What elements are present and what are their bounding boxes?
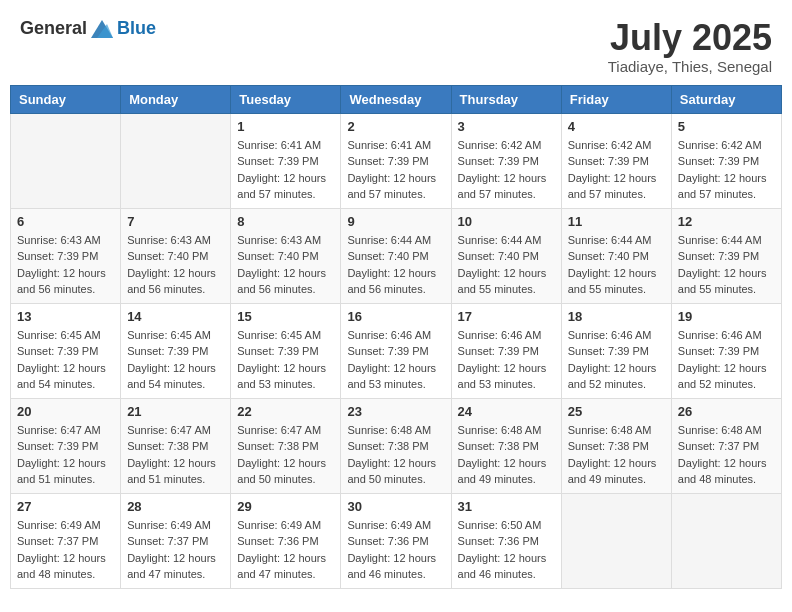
sunrise-text: Sunrise: 6:46 AM <box>347 327 444 344</box>
day-number: 6 <box>17 214 114 229</box>
table-row: 27Sunrise: 6:49 AMSunset: 7:37 PMDayligh… <box>11 493 121 588</box>
daylight-text: Daylight: 12 hours and 49 minutes. <box>568 455 665 488</box>
sunrise-text: Sunrise: 6:49 AM <box>237 517 334 534</box>
day-info: Sunrise: 6:48 AMSunset: 7:38 PMDaylight:… <box>347 422 444 488</box>
daylight-text: Daylight: 12 hours and 47 minutes. <box>127 550 224 583</box>
col-thursday: Thursday <box>451 85 561 113</box>
daylight-text: Daylight: 12 hours and 47 minutes. <box>237 550 334 583</box>
sunrise-text: Sunrise: 6:47 AM <box>17 422 114 439</box>
table-row: 25Sunrise: 6:48 AMSunset: 7:38 PMDayligh… <box>561 398 671 493</box>
day-number: 15 <box>237 309 334 324</box>
sunrise-text: Sunrise: 6:48 AM <box>568 422 665 439</box>
sunset-text: Sunset: 7:39 PM <box>678 343 775 360</box>
day-info: Sunrise: 6:46 AMSunset: 7:39 PMDaylight:… <box>678 327 775 393</box>
daylight-text: Daylight: 12 hours and 56 minutes. <box>237 265 334 298</box>
table-row: 5Sunrise: 6:42 AMSunset: 7:39 PMDaylight… <box>671 113 781 208</box>
sunset-text: Sunset: 7:39 PM <box>237 343 334 360</box>
day-number: 25 <box>568 404 665 419</box>
daylight-text: Daylight: 12 hours and 54 minutes. <box>17 360 114 393</box>
sunset-text: Sunset: 7:39 PM <box>347 343 444 360</box>
logo-blue: Blue <box>117 18 156 39</box>
day-number: 20 <box>17 404 114 419</box>
sunrise-text: Sunrise: 6:41 AM <box>347 137 444 154</box>
sunset-text: Sunset: 7:38 PM <box>568 438 665 455</box>
daylight-text: Daylight: 12 hours and 53 minutes. <box>458 360 555 393</box>
sunset-text: Sunset: 7:37 PM <box>127 533 224 550</box>
day-info: Sunrise: 6:49 AMSunset: 7:37 PMDaylight:… <box>17 517 114 583</box>
sunset-text: Sunset: 7:39 PM <box>568 343 665 360</box>
day-info: Sunrise: 6:49 AMSunset: 7:36 PMDaylight:… <box>237 517 334 583</box>
day-info: Sunrise: 6:46 AMSunset: 7:39 PMDaylight:… <box>347 327 444 393</box>
location-title: Tiadiaye, Thies, Senegal <box>608 58 772 75</box>
daylight-text: Daylight: 12 hours and 51 minutes. <box>17 455 114 488</box>
day-number: 23 <box>347 404 444 419</box>
sunset-text: Sunset: 7:40 PM <box>237 248 334 265</box>
daylight-text: Daylight: 12 hours and 57 minutes. <box>458 170 555 203</box>
calendar-week-row: 1Sunrise: 6:41 AMSunset: 7:39 PMDaylight… <box>11 113 782 208</box>
sunset-text: Sunset: 7:39 PM <box>458 153 555 170</box>
daylight-text: Daylight: 12 hours and 52 minutes. <box>568 360 665 393</box>
day-info: Sunrise: 6:43 AMSunset: 7:39 PMDaylight:… <box>17 232 114 298</box>
day-number: 7 <box>127 214 224 229</box>
day-info: Sunrise: 6:49 AMSunset: 7:36 PMDaylight:… <box>347 517 444 583</box>
table-row: 23Sunrise: 6:48 AMSunset: 7:38 PMDayligh… <box>341 398 451 493</box>
day-info: Sunrise: 6:50 AMSunset: 7:36 PMDaylight:… <box>458 517 555 583</box>
daylight-text: Daylight: 12 hours and 54 minutes. <box>127 360 224 393</box>
day-number: 9 <box>347 214 444 229</box>
sunset-text: Sunset: 7:39 PM <box>347 153 444 170</box>
sunrise-text: Sunrise: 6:43 AM <box>17 232 114 249</box>
day-info: Sunrise: 6:42 AMSunset: 7:39 PMDaylight:… <box>458 137 555 203</box>
table-row: 30Sunrise: 6:49 AMSunset: 7:36 PMDayligh… <box>341 493 451 588</box>
title-block: July 2025 Tiadiaye, Thies, Senegal <box>608 18 772 75</box>
table-row: 22Sunrise: 6:47 AMSunset: 7:38 PMDayligh… <box>231 398 341 493</box>
daylight-text: Daylight: 12 hours and 56 minutes. <box>127 265 224 298</box>
col-monday: Monday <box>121 85 231 113</box>
sunset-text: Sunset: 7:37 PM <box>17 533 114 550</box>
day-number: 14 <box>127 309 224 324</box>
day-info: Sunrise: 6:44 AMSunset: 7:40 PMDaylight:… <box>347 232 444 298</box>
table-row: 15Sunrise: 6:45 AMSunset: 7:39 PMDayligh… <box>231 303 341 398</box>
sunset-text: Sunset: 7:36 PM <box>347 533 444 550</box>
sunrise-text: Sunrise: 6:48 AM <box>347 422 444 439</box>
calendar-week-row: 20Sunrise: 6:47 AMSunset: 7:39 PMDayligh… <box>11 398 782 493</box>
daylight-text: Daylight: 12 hours and 53 minutes. <box>347 360 444 393</box>
day-number: 29 <box>237 499 334 514</box>
sunrise-text: Sunrise: 6:41 AM <box>237 137 334 154</box>
sunset-text: Sunset: 7:38 PM <box>347 438 444 455</box>
daylight-text: Daylight: 12 hours and 55 minutes. <box>568 265 665 298</box>
calendar-week-row: 27Sunrise: 6:49 AMSunset: 7:37 PMDayligh… <box>11 493 782 588</box>
day-number: 28 <box>127 499 224 514</box>
day-info: Sunrise: 6:46 AMSunset: 7:39 PMDaylight:… <box>568 327 665 393</box>
day-info: Sunrise: 6:48 AMSunset: 7:37 PMDaylight:… <box>678 422 775 488</box>
table-row: 16Sunrise: 6:46 AMSunset: 7:39 PMDayligh… <box>341 303 451 398</box>
sunrise-text: Sunrise: 6:46 AM <box>678 327 775 344</box>
table-row: 24Sunrise: 6:48 AMSunset: 7:38 PMDayligh… <box>451 398 561 493</box>
daylight-text: Daylight: 12 hours and 55 minutes. <box>678 265 775 298</box>
daylight-text: Daylight: 12 hours and 52 minutes. <box>678 360 775 393</box>
day-number: 24 <box>458 404 555 419</box>
table-row: 9Sunrise: 6:44 AMSunset: 7:40 PMDaylight… <box>341 208 451 303</box>
table-row: 31Sunrise: 6:50 AMSunset: 7:36 PMDayligh… <box>451 493 561 588</box>
sunrise-text: Sunrise: 6:42 AM <box>458 137 555 154</box>
page-header: General Blue July 2025 Tiadiaye, Thies, … <box>10 10 782 85</box>
table-row: 21Sunrise: 6:47 AMSunset: 7:38 PMDayligh… <box>121 398 231 493</box>
table-row: 1Sunrise: 6:41 AMSunset: 7:39 PMDaylight… <box>231 113 341 208</box>
sunrise-text: Sunrise: 6:45 AM <box>127 327 224 344</box>
col-sunday: Sunday <box>11 85 121 113</box>
day-info: Sunrise: 6:47 AMSunset: 7:38 PMDaylight:… <box>127 422 224 488</box>
calendar-week-row: 6Sunrise: 6:43 AMSunset: 7:39 PMDaylight… <box>11 208 782 303</box>
table-row: 29Sunrise: 6:49 AMSunset: 7:36 PMDayligh… <box>231 493 341 588</box>
sunset-text: Sunset: 7:37 PM <box>678 438 775 455</box>
sunrise-text: Sunrise: 6:42 AM <box>568 137 665 154</box>
daylight-text: Daylight: 12 hours and 56 minutes. <box>347 265 444 298</box>
daylight-text: Daylight: 12 hours and 55 minutes. <box>458 265 555 298</box>
sunset-text: Sunset: 7:36 PM <box>458 533 555 550</box>
daylight-text: Daylight: 12 hours and 53 minutes. <box>237 360 334 393</box>
sunrise-text: Sunrise: 6:45 AM <box>237 327 334 344</box>
day-info: Sunrise: 6:42 AMSunset: 7:39 PMDaylight:… <box>678 137 775 203</box>
day-info: Sunrise: 6:42 AMSunset: 7:39 PMDaylight:… <box>568 137 665 203</box>
sunset-text: Sunset: 7:39 PM <box>127 343 224 360</box>
table-row: 3Sunrise: 6:42 AMSunset: 7:39 PMDaylight… <box>451 113 561 208</box>
day-number: 5 <box>678 119 775 134</box>
day-info: Sunrise: 6:45 AMSunset: 7:39 PMDaylight:… <box>17 327 114 393</box>
